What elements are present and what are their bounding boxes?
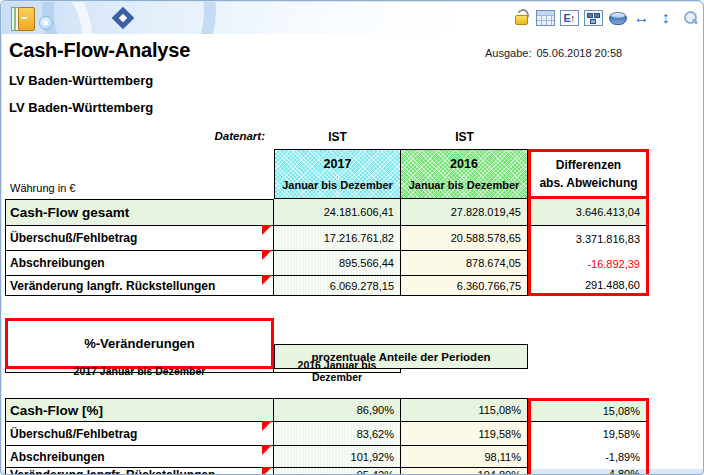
column-header-percent-change: %-Veränderungen xyxy=(5,318,274,369)
value-2016: 119,58% xyxy=(401,422,528,446)
row-label: Veränderung langfr. Rückstellungen xyxy=(5,468,274,475)
export-icon[interactable]: E↑ xyxy=(560,9,579,27)
value-diff: 3.371.816,83 xyxy=(528,226,649,251)
value-2017: 895.566,44 xyxy=(274,251,401,276)
value-2017: 95,42% xyxy=(274,468,401,475)
value-diff: -1,89% xyxy=(528,446,649,468)
value-2016: 98,11% xyxy=(401,446,528,468)
row-label-total: Cash-Flow [%] xyxy=(5,398,274,422)
cashflow-table-absolute: Währung in € 2017 Januar bis Dezember 20… xyxy=(5,149,649,296)
column-header-differences: Differenzen abs. Abweichung xyxy=(528,149,649,199)
table-icon[interactable] xyxy=(536,9,555,27)
horizontal-arrows-icon[interactable]: ↔ xyxy=(632,9,651,27)
vertical-arrows-icon[interactable]: ↕ xyxy=(656,9,675,27)
column-header-2017: 2017 Januar bis Dezember xyxy=(274,149,401,199)
value-2017: 86,90% xyxy=(274,398,401,422)
currency-label: Währung in € xyxy=(5,149,274,199)
value-diff: 15,08% xyxy=(528,398,649,422)
refresh-icon[interactable] xyxy=(39,16,53,30)
output-label: Ausgabe: xyxy=(485,47,531,59)
value-diff-negative: -16.892,39 xyxy=(528,251,649,276)
value-diff: 3.646.413,04 xyxy=(528,199,649,226)
drilldown-triangle-icon[interactable] xyxy=(262,250,272,260)
row-label-total: Cash-Flow gesamt xyxy=(5,199,274,226)
drilldown-triangle-icon[interactable] xyxy=(262,467,272,475)
report-area: Cash-Flow-Analyse Ausgabe:05.06.2018 20:… xyxy=(2,34,703,469)
drilldown-triangle-icon[interactable] xyxy=(262,421,272,431)
basket-icon[interactable] xyxy=(608,9,627,27)
cabinet-door xyxy=(18,7,35,31)
diamond-logo-icon xyxy=(112,7,135,30)
datenart-2017: IST xyxy=(274,130,401,144)
column-header-2016: 2016 Januar bis Dezember xyxy=(401,149,528,199)
zoom-icon[interactable] xyxy=(680,9,699,27)
datenart-2016: IST xyxy=(401,130,528,144)
hierarchy-icon[interactable] xyxy=(584,9,603,27)
page-title: Cash-Flow-Analyse xyxy=(9,39,190,62)
datenart-label: Datenart: xyxy=(122,130,265,142)
org-line-2: LV Baden-Württemberg xyxy=(9,100,153,115)
cabinet-handle xyxy=(21,17,27,19)
value-2016: 104,80% xyxy=(401,468,528,475)
value-diff: 291.488,60 xyxy=(528,276,649,296)
row-label: Überschuß/Fehlbetrag xyxy=(5,422,274,446)
value-2017: 17.216.761,82 xyxy=(274,226,401,251)
value-2017: 24.181.606,41 xyxy=(274,199,401,226)
row-label: Überschuß/Fehlbetrag xyxy=(5,226,274,251)
value-diff: 19,58% xyxy=(528,422,649,446)
row-label: Veränderung langfr. Rückstellungen xyxy=(5,276,274,296)
output-value: 05.06.2018 20:58 xyxy=(536,47,622,59)
application-window: E↑ ↔ ↕ Cash-Flow-Analyse Ausgabe:05.06.2… xyxy=(0,0,704,475)
drilldown-triangle-icon[interactable] xyxy=(262,225,272,235)
value-diff: 4,80% xyxy=(528,468,649,475)
value-2016: 115,08% xyxy=(401,398,528,422)
row-label: Abschreibungen xyxy=(5,251,274,276)
value-2017: 6.069.278,15 xyxy=(274,276,401,296)
toolbar: E↑ ↔ ↕ xyxy=(2,2,703,35)
cabinet-icon[interactable] xyxy=(11,6,35,30)
drilldown-triangle-icon[interactable] xyxy=(262,445,272,455)
drilldown-triangle-icon[interactable] xyxy=(262,275,272,285)
cashflow-table-percent: prozentuale Anteile der Perioden %-Verän… xyxy=(5,318,649,475)
value-2016: 20.588.578,65 xyxy=(401,226,528,251)
output-timestamp: Ausgabe:05.06.2018 20:58 xyxy=(485,47,622,59)
value-2016: 878.674,05 xyxy=(401,251,528,276)
row-label: Abschreibungen xyxy=(5,446,274,468)
value-2016: 27.828.019,45 xyxy=(401,199,528,226)
toolbar-button-group: E↑ ↔ ↕ xyxy=(512,9,699,27)
unlock-icon[interactable] xyxy=(512,9,531,27)
value-2017: 83,62% xyxy=(274,422,401,446)
value-2017: 101,92% xyxy=(274,446,401,468)
value-2016: 6.360.766,75 xyxy=(401,276,528,296)
org-line-1: LV Baden-Württemberg xyxy=(9,73,153,88)
